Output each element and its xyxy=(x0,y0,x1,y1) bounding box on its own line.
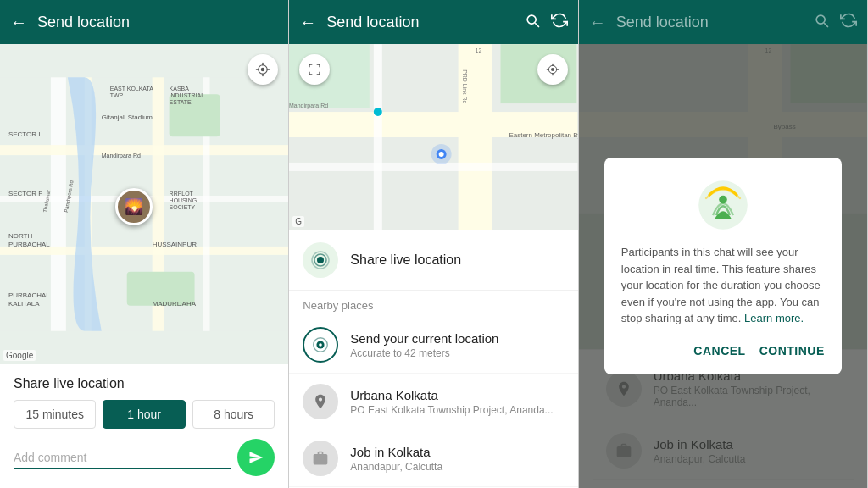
svg-point-30 xyxy=(261,68,265,72)
send-button[interactable] xyxy=(237,439,275,476)
map-panel2: PRD Link Rd Mandirpara Rd 12 Eastern Met… xyxy=(289,44,577,230)
job-kolkata-title: Job in Kolkata xyxy=(350,445,442,459)
svg-rect-35 xyxy=(374,44,382,230)
time-options: 15 minutes 1 hour 8 hours xyxy=(14,400,275,429)
svg-point-62 xyxy=(719,196,727,204)
header-title-panel1: Send location xyxy=(37,14,278,31)
svg-text:RRPLOT: RRPLOT xyxy=(170,191,194,197)
urbana-kolkata-row[interactable]: Urbana Kolkata PO East Kolkata Township … xyxy=(289,374,577,430)
share-live-title: Share live location xyxy=(14,376,275,391)
svg-text:HUSSAINPUR: HUSSAINPUR xyxy=(153,241,197,248)
header-panel1: ← Send location xyxy=(0,0,288,44)
share-live-label: Share live location xyxy=(350,252,461,268)
svg-point-54 xyxy=(319,343,322,347)
urbana-kolkata-sub: PO East Kolkata Township Project, Ananda… xyxy=(350,404,553,416)
svg-text:12: 12 xyxy=(476,47,482,53)
svg-text:PURBACHAL: PURBACHAL xyxy=(8,291,50,299)
back-icon-panel2[interactable]: ← xyxy=(299,13,316,32)
urbana-location-icon xyxy=(303,384,338,419)
my-location-button-p2[interactable] xyxy=(537,54,568,85)
svg-rect-36 xyxy=(289,163,577,171)
svg-text:MADURDAHA: MADURDAHA xyxy=(153,300,197,308)
current-location-text: Send your current location Accurate to 4… xyxy=(350,331,498,359)
urbana-kolkata-text: Urbana Kolkata PO East Kolkata Township … xyxy=(350,388,553,416)
back-icon-panel1[interactable]: ← xyxy=(10,13,27,32)
search-icon-panel3[interactable] xyxy=(813,12,830,33)
panel-3: ← Send location 12 Bypass Urban xyxy=(579,0,868,488)
panel2-list: Share live location Nearby places Send y… xyxy=(289,230,577,488)
refresh-icon-panel2[interactable] xyxy=(551,12,568,33)
svg-text:PURBACHAL: PURBACHAL xyxy=(8,241,50,248)
current-location-row[interactable]: Send your current location Accurate to 4… xyxy=(289,317,577,374)
panel-2: ← Send location PRD Link Rd Mandirpara R… xyxy=(289,0,578,488)
svg-text:Mandirpara Rd: Mandirpara Rd xyxy=(102,152,141,159)
svg-rect-3 xyxy=(0,145,288,155)
svg-text:NORTH: NORTH xyxy=(8,232,32,240)
svg-text:PRD Link Rd: PRD Link Rd xyxy=(462,69,468,103)
svg-text:KALITALA: KALITALA xyxy=(8,300,40,308)
current-location-title: Send your current location xyxy=(350,331,498,346)
svg-text:TWP: TWP xyxy=(110,92,124,98)
header-title-panel3: Send location xyxy=(616,14,803,31)
back-icon-panel3[interactable]: ← xyxy=(589,13,606,32)
svg-text:Gitanjali Stadium: Gitanjali Stadium xyxy=(102,114,153,121)
panel3-bg: 12 Bypass Urbana Kolkata PO East Kolkata… xyxy=(579,44,867,488)
refresh-icon-panel3[interactable] xyxy=(840,12,857,33)
time-15min[interactable]: 15 minutes xyxy=(14,400,96,429)
google-logo-p2: G xyxy=(292,216,304,227)
time-8hours[interactable]: 8 hours xyxy=(192,400,275,429)
comment-input[interactable] xyxy=(14,447,231,469)
current-location-icon xyxy=(303,327,338,363)
map-panel1: SECTOR I KASBA INDUSTRIAL ESTATE EAST KO… xyxy=(0,44,288,364)
google-logo: Google xyxy=(3,350,36,361)
header-panel2: ← Send location xyxy=(289,0,577,44)
svg-text:ESTATE: ESTATE xyxy=(170,99,192,105)
user-avatar: 🌄 xyxy=(115,188,153,225)
svg-text:HOUSING: HOUSING xyxy=(170,197,198,203)
urbana-kolkata-title: Urbana Kolkata xyxy=(350,388,553,402)
job-kolkata-text: Job in Kolkata Anandapur, Calcutta xyxy=(350,445,442,473)
svg-rect-1 xyxy=(51,77,66,330)
svg-text:SECTOR F: SECTOR F xyxy=(8,190,42,197)
share-live-row[interactable]: Share live location xyxy=(289,230,577,291)
svg-point-47 xyxy=(551,68,554,71)
nearby-label: Nearby places xyxy=(289,291,577,317)
panel-1: ← Send location SECTOR I KASBA INDUSTRIA… xyxy=(0,0,289,488)
job-location-icon xyxy=(303,441,338,476)
dialog-body: Participants in this chat will see your … xyxy=(621,244,825,327)
svg-text:Mandirpara Rd: Mandirpara Rd xyxy=(289,103,328,109)
learn-more-link[interactable]: Learn more. xyxy=(744,312,804,324)
header-panel3: ← Send location xyxy=(579,0,867,44)
live-location-icon xyxy=(303,242,338,278)
svg-point-46 xyxy=(374,108,382,116)
svg-point-49 xyxy=(317,257,324,263)
continue-button[interactable]: CONTINUE xyxy=(760,341,825,361)
search-icon-panel2[interactable] xyxy=(524,12,541,33)
cancel-button[interactable]: CANCEL xyxy=(693,341,745,361)
job-kolkata-sub: Anandapur, Calcutta xyxy=(350,461,442,473)
dialog-icon xyxy=(621,178,825,232)
job-kolkata-row[interactable]: Job in Kolkata Anandapur, Calcutta xyxy=(289,430,577,487)
svg-text:SOCIETY: SOCIETY xyxy=(170,204,196,210)
header-title-panel2: Send location xyxy=(326,14,513,31)
dialog-actions: CANCEL CONTINUE xyxy=(621,341,825,361)
dialog-overlay: Participants in this chat will see your … xyxy=(579,44,867,488)
svg-text:EAST KOLKATA: EAST KOLKATA xyxy=(110,86,153,92)
current-location-sub: Accurate to 42 meters xyxy=(350,347,498,359)
live-location-dialog: Participants in this chat will see your … xyxy=(604,158,842,374)
panel1-bottom: Share live location 15 minutes 1 hour 8 … xyxy=(0,364,288,488)
time-1hour[interactable]: 1 hour xyxy=(103,400,185,429)
svg-point-45 xyxy=(439,152,444,157)
svg-text:Eastern Metropolitan Bypass: Eastern Metropolitan Bypass xyxy=(509,131,578,139)
svg-text:KASBA: KASBA xyxy=(170,86,190,92)
svg-text:SECTOR I: SECTOR I xyxy=(8,130,41,138)
svg-text:INDUSTRIAL: INDUSTRIAL xyxy=(170,92,205,98)
comment-row xyxy=(14,439,275,476)
